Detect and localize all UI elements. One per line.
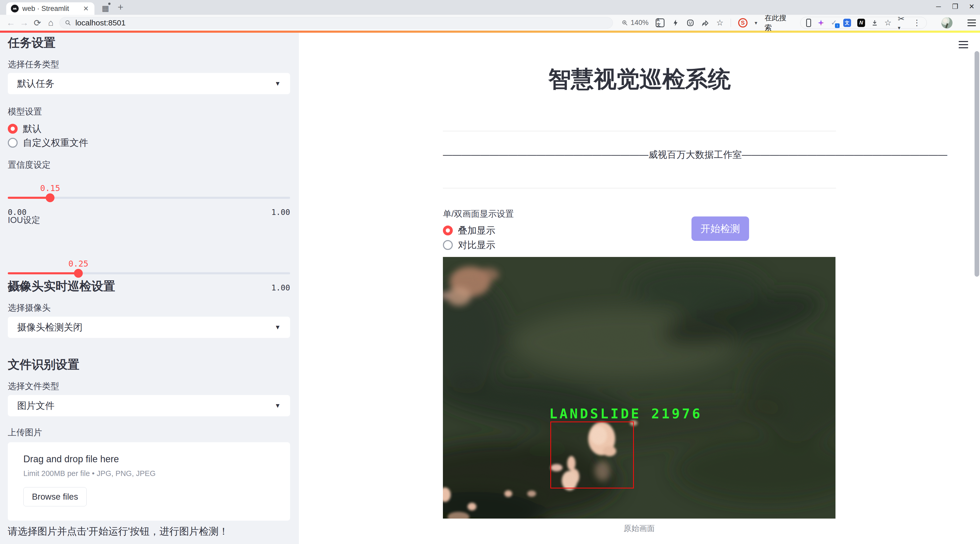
address-bar[interactable]: localhost:8501 [59, 17, 613, 29]
s-extension-icon[interactable]: S [738, 18, 747, 27]
more-extensions-icon[interactable]: ⋮ [913, 19, 921, 27]
display-radio-overlay[interactable]: 叠加显示 [443, 225, 495, 236]
display-radio-compare[interactable]: 对比显示 [443, 239, 495, 251]
browser-tab[interactable]: web · Streamlit ✕ [6, 2, 94, 15]
file-section-title: 文件识别设置 [8, 356, 80, 373]
browse-files-button[interactable]: Browse files [23, 487, 87, 506]
upload-label: 上传图片 [8, 427, 42, 438]
task-type-value: 默认任务 [17, 77, 54, 90]
lightning-icon[interactable] [672, 19, 679, 27]
tab-close-icon[interactable]: ✕ [82, 5, 90, 13]
minimize-button[interactable]: ─ [930, 0, 947, 13]
translate-icon[interactable]: A文 [655, 18, 664, 27]
radio-selected-icon [8, 124, 18, 134]
close-button[interactable]: ✕ [963, 0, 980, 13]
tab-workspace-icon[interactable]: ▦ [102, 4, 109, 13]
page-scrollbar[interactable] [975, 51, 979, 277]
back-icon[interactable]: ← [4, 17, 18, 28]
confidence-thumb[interactable] [46, 193, 54, 202]
home-icon[interactable]: ⌂ [44, 17, 57, 28]
iou-thumb[interactable] [74, 269, 83, 278]
tab-strip: web · Streamlit ✕ ▦ ＋ ─ ❐ ✕ [0, 0, 980, 15]
new-tab-button[interactable]: ＋ [116, 0, 125, 13]
confidence-value: 0.15 [40, 183, 60, 193]
task-section-title: 任务设置 [8, 35, 56, 51]
detection-bounding-box [550, 422, 634, 488]
s-extension-caret-icon[interactable]: ▾ [755, 20, 757, 26]
chevron-down-icon: ▼ [275, 402, 281, 409]
profile-avatar[interactable] [941, 17, 953, 29]
camera-select[interactable]: 摄像头检测关闭 ▼ [8, 317, 290, 338]
confidence-slider[interactable]: 0.15 0.00 1.00 [8, 197, 290, 217]
confidence-label: 置信度设定 [8, 159, 51, 171]
emoji-icon[interactable] [687, 19, 694, 27]
file-uploader-dropzone[interactable]: Drag and drop file here Limit 200MB per … [8, 442, 290, 521]
url-text[interactable]: localhost:8501 [75, 18, 125, 27]
iou-value: 0.25 [68, 259, 88, 269]
radio-unselected-icon [443, 240, 453, 250]
scissors-icon[interactable]: ✂▾ [898, 15, 907, 31]
main-content: 智慧视觉巡检系统 ——————————————————————威视百万大数据工作… [299, 33, 980, 544]
scissors-caret-icon: ▾ [898, 25, 900, 31]
model-radio-custom-label: 自定义权重文件 [23, 137, 88, 149]
task-type-select[interactable]: 默认任务 ▼ [8, 73, 290, 94]
page-title: 智慧视觉巡检系统 [443, 64, 836, 95]
radio-selected-icon [443, 226, 453, 235]
camera-value: 摄像头检测关闭 [17, 321, 83, 334]
favorites-star-icon[interactable]: ☆ [884, 19, 891, 27]
app-menu-icon[interactable] [959, 41, 968, 48]
sparkle-icon[interactable] [817, 19, 824, 27]
browser-window: web · Streamlit ✕ ▦ ＋ ─ ❐ ✕ ← → ⟳ ⌂ loca… [0, 0, 980, 544]
toolbar-right: 140% A文 ☆ S ▾ 在此搜索 [622, 13, 976, 33]
window-controls: ─ ❐ ✕ [930, 0, 980, 13]
display-radio-overlay-label: 叠加显示 [458, 224, 495, 237]
iou-fill [8, 272, 78, 274]
display-radio-compare-label: 对比显示 [458, 239, 495, 251]
maximize-button[interactable]: ❐ [947, 0, 963, 13]
extensions-container: ✓ ! 文 N ☆ ✂▾ ⋮ [800, 17, 927, 29]
detection-image: LANDSLIDE 21976 [443, 257, 835, 519]
browser-toolbar: ← → ⟳ ⌂ localhost:8501 140% A文 [0, 15, 980, 31]
start-detection-button[interactable]: 开始检测 [692, 216, 749, 241]
confidence-range: 0.00 1.00 [8, 208, 290, 217]
dropzone-limit: Limit 200MB per file • JPG, PNG, JPEG [23, 469, 275, 478]
task-type-label: 选择任务类型 [8, 59, 59, 70]
phone-icon[interactable] [806, 19, 811, 27]
chevron-down-icon: ▼ [275, 80, 281, 87]
download-icon[interactable] [871, 19, 878, 27]
radio-unselected-icon [8, 138, 18, 148]
iou-label: IOU设定 [8, 215, 40, 226]
zoom-level: 140% [630, 19, 648, 27]
image-caption: 原始画面 [443, 523, 835, 534]
model-radio-custom[interactable]: 自定义权重文件 [8, 137, 88, 148]
camera-section-title: 摄像头实时巡检设置 [8, 278, 115, 294]
media-extension-icon[interactable]: N [857, 19, 865, 27]
model-radio-default[interactable]: 默认 [8, 123, 41, 134]
translate-extension-icon[interactable]: 文 [843, 19, 851, 27]
confidence-track[interactable] [8, 197, 290, 199]
studio-line: ——————————————————————威视百万大数据工作室————————… [443, 148, 836, 161]
iou-track[interactable] [8, 272, 290, 274]
dropzone-title: Drag and drop file here [23, 454, 275, 464]
sidebar-hint: 请选择图片并点击'开始运行'按钮，进行图片检测！ [8, 525, 229, 538]
bookmark-star-icon[interactable]: ☆ [716, 19, 724, 27]
search-icon [65, 20, 71, 26]
tab-title: web · Streamlit [22, 5, 78, 13]
find-on-page-label[interactable]: 在此搜索 [765, 13, 793, 33]
satellite-terrain [443, 257, 835, 519]
zoom-lens-icon [622, 20, 628, 26]
streamlit-app: 任务设置 选择任务类型 默认任务 ▼ 模型设置 默认 自定义权重文件 置信度设定… [0, 33, 980, 544]
checker-extension-icon[interactable]: ✓ ! [831, 18, 837, 27]
zoom-control[interactable]: 140% [622, 19, 648, 27]
reload-icon[interactable]: ⟳ [31, 17, 44, 28]
model-radio-default-label: 默认 [23, 122, 41, 135]
checker-badge: ! [835, 23, 840, 28]
confidence-fill [8, 197, 50, 199]
share-icon[interactable] [702, 19, 709, 27]
file-type-select[interactable]: 图片文件 ▼ [8, 395, 290, 416]
forward-icon[interactable]: → [18, 17, 30, 28]
model-label: 模型设置 [8, 106, 42, 118]
divider [443, 188, 836, 188]
file-type-label: 选择文件类型 [8, 380, 59, 392]
browser-menu-icon[interactable] [967, 19, 976, 26]
